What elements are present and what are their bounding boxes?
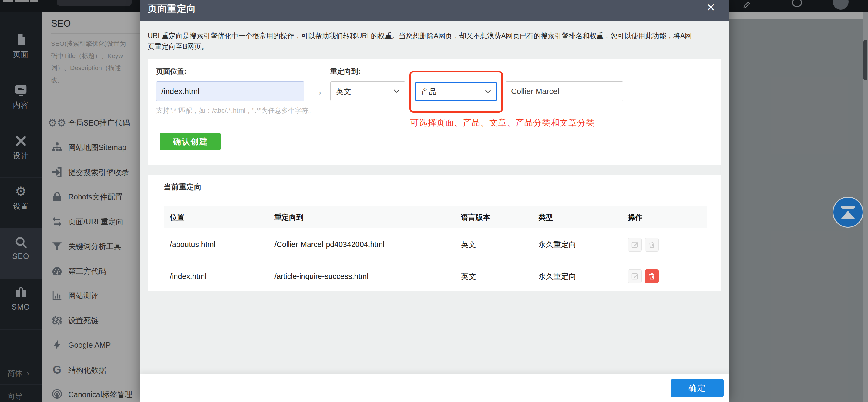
chevron-down-icon: [394, 89, 400, 93]
table-row: /index.html /article-inquire-success.htm…: [164, 261, 707, 291]
col-redirect-to: 重定向到: [275, 206, 304, 228]
close-icon[interactable]: ✕: [706, 1, 715, 14]
target-page-input[interactable]: [506, 81, 623, 101]
scroll-to-top-button[interactable]: [833, 197, 863, 228]
table-header-row: 位置 重定向到 语言版本 类型 操作: [164, 206, 707, 228]
language-select[interactable]: 英文: [330, 81, 405, 101]
target-type-select[interactable]: 产品: [415, 82, 497, 101]
confirm-button[interactable]: 确定: [671, 379, 724, 397]
table-title: 当前重定向: [164, 182, 202, 192]
col-location: 位置: [170, 206, 184, 228]
col-type: 类型: [538, 206, 553, 228]
annotation-text: 可选择页面、产品、文章、产品分类和文章分类: [410, 117, 595, 128]
current-redirects-card: 当前重定向 位置 重定向到 语言版本 类型 操作 /aboutus.html /…: [148, 175, 721, 291]
delete-button[interactable]: [645, 238, 659, 252]
confirm-create-button[interactable]: 确认创建: [160, 133, 221, 150]
redirect-to-label: 重定向到:: [330, 67, 361, 76]
page-location-label: 页面位置:: [156, 67, 187, 76]
app-root: 页面 内容 设计 ⚙ 设置 SEO SMO: [0, 0, 868, 402]
modal-header: 页面重定向 ✕: [140, 0, 729, 21]
arrow-right-icon: →: [307, 81, 329, 101]
table-row: /aboutus.html /Collier-Marcel-pd40342004…: [164, 228, 707, 261]
create-redirect-card: 页面位置: 重定向到: → 英文 产品 支持".*"匹配，如：/abc/.*.h…: [148, 59, 721, 165]
chevron-down-icon: [485, 89, 491, 94]
col-language: 语言版本: [461, 206, 490, 228]
modal-footer: 确定: [140, 373, 729, 402]
redirect-description: URL重定向是搜索引擎优化中一个很常用的操作，可以帮助我们转移URL的权重。当您…: [148, 31, 719, 52]
delete-button[interactable]: [645, 269, 659, 283]
pattern-hint: 支持".*"匹配，如：/abc/.*.html，".*"为任意多个字符。: [156, 106, 315, 115]
page-location-input[interactable]: [156, 81, 304, 101]
redirects-table: 位置 重定向到 语言版本 类型 操作 /aboutus.html /Collie…: [164, 206, 707, 291]
scroll-top-icon: [841, 206, 855, 209]
edit-button[interactable]: [628, 269, 642, 283]
edit-button[interactable]: [628, 238, 642, 252]
modal-title: 页面重定向: [148, 2, 196, 15]
page-redirect-modal: 页面重定向 ✕ URL重定向是搜索引擎优化中一个很常用的操作，可以帮助我们转移U…: [140, 0, 729, 402]
col-actions: 操作: [628, 206, 642, 228]
